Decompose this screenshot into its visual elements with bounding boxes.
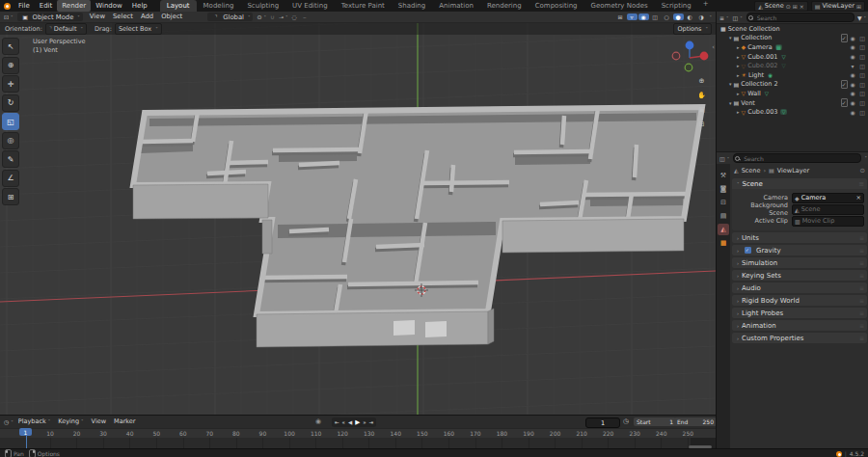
outliner-row-cube-001[interactable]: ▸▽Cube.001▽◉◫ [717, 52, 868, 62]
viewport-canvas[interactable] [0, 22, 716, 415]
scene-panel-header[interactable]: ˅ Scene ≡ [732, 178, 867, 189]
pan-hand-icon[interactable]: ✋ [695, 90, 708, 100]
editor-type-icon[interactable]: ⊡˅ [3, 13, 14, 20]
properties-tab-object[interactable]: ■ [718, 237, 729, 249]
blender-logo-icon[interactable] [4, 3, 11, 10]
gizmo-x-neg-axis[interactable] [672, 52, 680, 60]
tool-cursor[interactable]: ⊕ [2, 57, 19, 74]
snap-magnet-icon[interactable]: ∪ [267, 13, 278, 20]
filter-objects-icon[interactable]: ◫˅ [732, 14, 744, 21]
outliner-row-vent[interactable]: ▾▤Vent✓◉◫ [717, 98, 868, 108]
eye-icon[interactable]: ◉ [848, 71, 857, 78]
unlink-scene-icon[interactable]: × [800, 3, 804, 10]
camera-view-icon[interactable]: ▣ [695, 104, 708, 115]
properties-tab-tool[interactable]: ⚒ [718, 170, 729, 181]
workspace-tab-shading[interactable]: Shading [392, 0, 432, 12]
chevron-right-icon[interactable]: ▸ [737, 91, 740, 96]
camera-visibility-icon[interactable]: ◫ [857, 109, 867, 116]
tool-annotate[interactable]: ✎ [2, 150, 19, 168]
zoom-icon[interactable]: ⊕ [695, 75, 708, 86]
workspace-tab-uv-editing[interactable]: UV Editing [285, 0, 335, 12]
workspace-tab-scripting[interactable]: Scripting [655, 0, 698, 12]
play-button[interactable]: ▶ [355, 418, 360, 426]
menu-file[interactable]: File [14, 0, 35, 12]
properties-tab-output[interactable]: ⊟ [718, 197, 729, 208]
gizmo-x-axis[interactable] [700, 52, 709, 61]
chevron-right-icon[interactable]: ▸ [737, 109, 740, 115]
timeline-menu-playback[interactable]: Playback˅ [14, 416, 55, 428]
shading-rendered-icon[interactable]: ◑ [696, 13, 707, 20]
shading-solid-icon[interactable]: ● [673, 13, 684, 20]
viewlayer-selector[interactable]: ▤ ViewLayer ⊞ [811, 1, 865, 12]
eye-icon[interactable]: ◉ [848, 81, 857, 88]
chevron-down-icon[interactable]: ˅ [710, 14, 713, 20]
timeline-menu-marker[interactable]: Marker [110, 416, 139, 428]
display-mode-icon[interactable]: ≡˅ [719, 14, 730, 21]
next-keyframe-button[interactable]: » [363, 419, 366, 425]
viewport-3d[interactable]: User Perspective (1) Vent ↖⊕✛↻◱◎✎∠⊞ ⊕✋▣⊟… [0, 22, 716, 415]
proportional-falloff-icon[interactable]: ⌢ [300, 13, 311, 21]
light-data-icon[interactable]: ◉ [767, 72, 773, 78]
mesh-data-icon[interactable]: ▽ [780, 63, 786, 68]
workspace-tab-sculpting[interactable]: Sculpting [240, 0, 285, 12]
pin-icon[interactable]: ⊙ [860, 167, 865, 175]
workspace-tab-compositing[interactable]: Compositing [529, 0, 584, 12]
jump-start-button[interactable]: ⇤ [335, 419, 339, 425]
outliner-row-cube-002[interactable]: ▸▽Cube.002▽▾◫ [717, 61, 868, 70]
gizmo-y-axis[interactable] [685, 64, 692, 71]
panel-animation[interactable]: ›Animation≡ [732, 320, 867, 331]
panel-gravity[interactable]: ›✓Gravity≡ [732, 245, 867, 255]
panel-custom-properties[interactable]: ›Custom Properties≡ [732, 333, 867, 343]
properties-tab-view-layer[interactable]: ▤ [718, 210, 729, 222]
menu-render[interactable]: Render [57, 0, 91, 12]
workspace-tab-layout[interactable]: Layout [160, 0, 197, 12]
tool-tweak-select[interactable]: ↖ [2, 38, 19, 55]
frame-start-field[interactable]: Start 1 [634, 417, 676, 426]
navigation-gizmo[interactable] [669, 38, 714, 78]
tool-add-cube[interactable]: ⊞ [2, 188, 19, 205]
camera-visibility-icon[interactable]: ◫ [857, 35, 867, 41]
clear-icon[interactable]: × [856, 194, 861, 202]
viewport-menu-select[interactable]: Select [109, 12, 137, 22]
drag-dropdown[interactable]: Select Box ˅ [115, 23, 162, 35]
gravity-checkbox[interactable]: ✓ [745, 247, 751, 254]
playhead-frame-chip[interactable]: 1 [19, 428, 32, 436]
tool-scale[interactable]: ◱ [2, 113, 19, 130]
workspace-tab-geometry-nodes[interactable]: Geometry Nodes [584, 0, 655, 12]
new-viewlayer-icon[interactable]: ⊞ [856, 3, 861, 10]
prev-keyframe-button[interactable]: « [342, 419, 345, 425]
proportional-editing-icon[interactable]: ◌ [289, 13, 300, 20]
pin-icon[interactable]: ⊙ [786, 3, 791, 10]
collection-checkbox[interactable]: ✓ [841, 34, 848, 42]
collection-checkbox[interactable]: ✓ [841, 98, 848, 107]
scene-selector[interactable]: ◭ Scene ⊙ ⊞ × [754, 1, 808, 12]
mesh-data-icon[interactable]: ▽ [764, 91, 770, 96]
timeline-ruler[interactable]: 1020304050607080901001101201301401501601… [0, 428, 716, 438]
properties-tab-render[interactable]: ◙ [718, 183, 729, 195]
timeline-editor-icon[interactable]: ◷˅ [3, 418, 14, 425]
workspace-tab-animation[interactable]: Animation [432, 0, 480, 12]
outliner-row-collection[interactable]: ▾▤Collection✓◉◫ [717, 34, 868, 43]
toggle-perspective-icon[interactable]: ⊟ [695, 119, 708, 129]
camera-visibility-icon[interactable]: ◫ [857, 99, 867, 106]
properties-search-input[interactable] [733, 153, 860, 163]
panel-rigid-body-world[interactable]: ›Rigid Body World≡ [732, 295, 867, 306]
menu-window[interactable]: Window [91, 0, 127, 12]
chevron-right-icon[interactable]: ▸ [737, 54, 740, 60]
viewport-menu-view[interactable]: View [86, 12, 109, 22]
eye-icon[interactable]: ◉ [848, 90, 857, 96]
collapse-arrow-icon[interactable]: ‹ [712, 43, 715, 51]
properties-editor-icon[interactable]: ◫˅ [719, 155, 730, 162]
camera-visibility-icon[interactable]: ◫ [857, 71, 867, 78]
object-type-visibility-icon[interactable]: ⊞ [615, 13, 626, 20]
menu-edit[interactable]: Edit [35, 0, 58, 12]
overlays-toggle-icon[interactable]: ◉ [638, 13, 649, 20]
camera-visibility-icon[interactable]: ◫ [857, 53, 867, 60]
background-scene-field[interactable]: ◭ Scene [792, 204, 864, 215]
menu-help[interactable]: Help [127, 0, 152, 12]
eye-icon[interactable]: ◉ [848, 99, 857, 106]
camera-visibility-icon[interactable]: ◫ [857, 63, 867, 69]
jump-end-button[interactable]: ⇥ [369, 419, 374, 425]
tool-measure[interactable]: ∠ [2, 170, 19, 187]
collection-checkbox[interactable]: ✓ [841, 80, 848, 89]
